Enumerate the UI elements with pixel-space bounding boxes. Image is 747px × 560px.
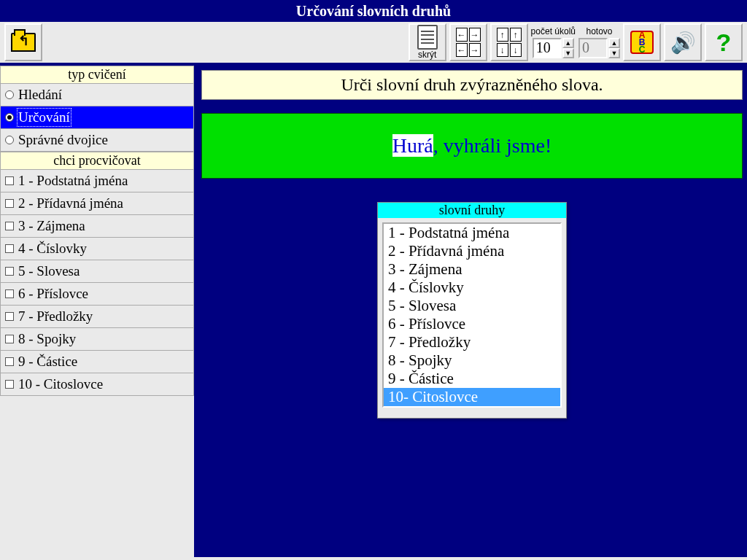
answer-option[interactable]: 3 - Zájmena	[384, 260, 560, 279]
radio-icon	[5, 90, 14, 99]
exercise-type-option[interactable]: Hledání	[0, 84, 194, 106]
practice-option[interactable]: 2 - Přídavná jména	[0, 192, 194, 215]
arrows-horizontal-button[interactable]: ←→←→	[449, 23, 487, 61]
speaker-icon: 🔊	[670, 31, 696, 55]
option-label: Správné dvojice	[18, 132, 108, 148]
practice-option[interactable]: 9 - Částice	[0, 351, 194, 373]
task-count-up[interactable]: ▲	[562, 38, 574, 48]
practice-option[interactable]: 8 - Spojky	[0, 328, 194, 351]
up-folder-button[interactable]	[4, 23, 42, 61]
checkbox-icon	[5, 335, 14, 343]
answer-header: slovní druhy	[378, 203, 566, 218]
abc-button[interactable]: ABC	[623, 23, 661, 61]
help-icon: ?	[716, 28, 732, 57]
done-up[interactable]: ▲	[608, 38, 620, 48]
task-count-block: počet úkolů 10 ▲ ▼	[531, 26, 576, 58]
sidebar: typ cvičení HledáníUrčováníSprávné dvoji…	[0, 66, 194, 557]
task-count-down[interactable]: ▼	[562, 48, 574, 58]
task-count-field[interactable]: 10	[533, 38, 562, 58]
help-button[interactable]: ?	[705, 23, 743, 61]
sentence-box: Hurá, vyhráli jsme!	[201, 113, 743, 179]
answer-option[interactable]: 6 - Příslovce	[384, 315, 560, 333]
practice-label: 5 - Slovesa	[18, 263, 80, 279]
task-count-spinner: ▲ ▼	[562, 38, 574, 58]
folder-up-icon	[11, 33, 36, 52]
done-label: hotovo	[586, 26, 612, 36]
practice-label: 1 - Podstatná jména	[18, 173, 128, 189]
document-icon	[417, 25, 438, 50]
checkbox-icon	[5, 312, 14, 321]
done-down[interactable]: ▼	[608, 48, 620, 58]
checkbox-icon	[5, 267, 14, 276]
instruction-text: Urči slovní druh zvýrazněného slova.	[201, 70, 743, 100]
practice-option[interactable]: 5 - Slovesa	[0, 260, 194, 283]
practice-label: 2 - Přídavná jména	[18, 195, 123, 211]
arrows-v-icon: ↑↑↓↓	[497, 28, 522, 57]
checkbox-icon	[5, 176, 14, 185]
practice-label: 7 - Předložky	[18, 308, 93, 324]
practice-header: chci procvičovat	[0, 152, 194, 170]
sentence-rest: , vyhráli jsme!	[433, 134, 552, 157]
done-spinner: ▲ ▼	[608, 38, 620, 58]
practice-option[interactable]: 4 - Číslovky	[0, 238, 194, 260]
radio-icon	[5, 113, 14, 122]
hide-label: skrýt	[418, 50, 436, 60]
practice-label: 6 - Příslovce	[18, 286, 88, 302]
exercise-type-option[interactable]: Určování	[0, 106, 194, 129]
answer-option[interactable]: 9 - Částice	[384, 370, 560, 388]
practice-label: 3 - Zájmena	[18, 218, 85, 234]
exercise-type-header: typ cvičení	[0, 66, 194, 84]
done-field: 0	[578, 38, 608, 58]
done-block: hotovo 0 ▲ ▼	[578, 26, 620, 58]
answer-option[interactable]: 1 - Podstatná jména	[384, 224, 560, 242]
practice-label: 10 - Citoslovce	[18, 376, 103, 392]
option-label: Určování	[18, 109, 70, 125]
checkbox-icon	[5, 199, 14, 208]
hide-button[interactable]: skrýt	[409, 23, 446, 61]
practice-option[interactable]: 6 - Příslovce	[0, 283, 194, 306]
practice-label: 4 - Číslovky	[18, 241, 87, 257]
practice-option[interactable]: 1 - Podstatná jména	[0, 170, 194, 192]
answer-panel: slovní druhy 1 - Podstatná jména2 - Příd…	[377, 202, 567, 419]
main-area: Urči slovní druh zvýrazněného slova. Hur…	[194, 66, 747, 557]
task-count-label: počet úkolů	[531, 26, 576, 36]
answer-option[interactable]: 10- Citoslovce	[384, 388, 560, 406]
answer-option[interactable]: 2 - Přídavná jména	[384, 242, 560, 260]
answer-list[interactable]: 1 - Podstatná jména2 - Přídavná jména3 -…	[382, 222, 562, 408]
answer-option[interactable]: 7 - Předložky	[384, 333, 560, 351]
checkbox-icon	[5, 380, 14, 389]
arrows-h-icon: ←→←→	[456, 28, 481, 57]
practice-label: 9 - Částice	[18, 354, 77, 370]
checkbox-icon	[5, 222, 14, 230]
answer-option[interactable]: 5 - Slovesa	[384, 297, 560, 315]
toolbar: skrýt ←→←→ ↑↑↓↓ počet úkolů 10 ▲ ▼ hotov…	[0, 22, 747, 66]
checkbox-icon	[5, 289, 14, 298]
arrows-vertical-button[interactable]: ↑↑↓↓	[490, 23, 528, 61]
answer-option[interactable]: 4 - Číslovky	[384, 279, 560, 297]
checkbox-icon	[5, 244, 14, 253]
window-title: Určování slovních druhů	[0, 0, 747, 22]
sound-button[interactable]: 🔊	[664, 23, 702, 61]
radio-icon	[5, 136, 14, 144]
practice-option[interactable]: 10 - Citoslovce	[0, 373, 194, 396]
checkbox-icon	[5, 357, 14, 366]
exercise-type-option[interactable]: Správné dvojice	[0, 129, 194, 152]
practice-option[interactable]: 3 - Zájmena	[0, 215, 194, 238]
practice-label: 8 - Spojky	[18, 331, 76, 347]
answer-option[interactable]: 8 - Spojky	[384, 351, 560, 370]
highlighted-word: Hurá	[392, 134, 433, 157]
abc-icon: ABC	[630, 31, 654, 54]
practice-option[interactable]: 7 - Předložky	[0, 306, 194, 328]
option-label: Hledání	[18, 87, 62, 103]
